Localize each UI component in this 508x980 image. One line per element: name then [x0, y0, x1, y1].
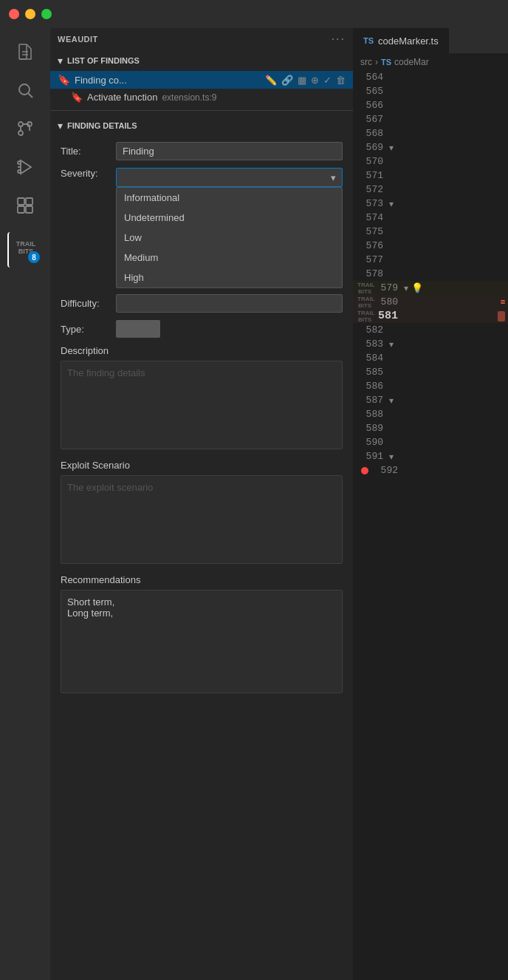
- line-573: 573 ▾: [353, 197, 508, 211]
- severity-option-informational[interactable]: Informational: [117, 188, 342, 208]
- line-num-570: 570: [357, 156, 383, 167]
- description-textarea[interactable]: The finding details: [61, 361, 343, 449]
- finding-details-header[interactable]: ▾ FINDING DETAILS: [50, 115, 353, 136]
- more-icon[interactable]: ···: [332, 33, 346, 46]
- line-num-571: 571: [357, 170, 383, 181]
- severity-option-high[interactable]: High: [117, 268, 342, 287]
- chevron-down-icon: ▾: [331, 172, 336, 183]
- details-section: Title: Severity: ▾ Informational Undeter…: [50, 136, 353, 710]
- line-571: 571: [353, 169, 508, 183]
- link-icon[interactable]: 🔗: [281, 75, 293, 86]
- title-label: Title:: [61, 146, 116, 157]
- svg-line-4: [29, 94, 33, 98]
- activity-bar: TRAILBITS 8: [0, 28, 50, 980]
- line-num-568: 568: [357, 128, 383, 139]
- line-579: TRAILBITS 579 ▾ 💡: [353, 281, 508, 295]
- svg-rect-13: [18, 206, 24, 213]
- line-num-581: 581: [372, 310, 398, 322]
- svg-point-9: [18, 161, 21, 164]
- trail-bits-579: TRAILBITS: [357, 282, 372, 295]
- weaudit-badge: 8: [28, 251, 40, 263]
- line-num-572: 572: [357, 184, 383, 195]
- finding-actions: ✏️ 🔗 ▦ ⊕ ✓ 🗑: [265, 75, 346, 86]
- line-num-587: 587: [357, 395, 383, 406]
- line-num-580: 580: [372, 296, 398, 307]
- line-num-577: 577: [357, 254, 383, 265]
- line-577: 577: [353, 253, 508, 267]
- difficulty-input[interactable]: [116, 294, 343, 313]
- breadcrumb-separator-1: ›: [375, 57, 378, 67]
- tab-filename: codeMarker.ts: [378, 35, 439, 47]
- exploit-textarea[interactable]: The exploit scenario: [61, 475, 343, 564]
- severity-option-undetermined[interactable]: Undetermined: [117, 208, 342, 228]
- finding-row[interactable]: 🔖 Finding co... ✏️ 🔗 ▦ ⊕ ✓ 🗑: [50, 71, 353, 89]
- breadcrumb-src: src: [360, 57, 372, 67]
- chevron-587: ▾: [389, 395, 394, 406]
- exploit-placeholder: The exploit scenario: [67, 482, 153, 493]
- edit-icon[interactable]: ✏️: [265, 75, 277, 86]
- line-num-569: 569: [357, 142, 383, 153]
- lightbulb-icon[interactable]: 💡: [411, 282, 423, 293]
- sub-finding-row[interactable]: 🔖 Activate function extension.ts:9: [50, 89, 353, 106]
- line-584: 584: [353, 351, 508, 365]
- finding-details-title: FINDING DETAILS: [67, 121, 137, 130]
- recommendations-textarea[interactable]: Short term, Long term,: [61, 590, 343, 693]
- delete-icon[interactable]: 🗑: [336, 75, 346, 86]
- difficulty-field-row: Difficulty:: [61, 294, 343, 313]
- editor-breadcrumb: src › TS codeMar: [353, 54, 508, 70]
- recommendations-section: Recommendations Short term, Long term,: [61, 574, 343, 693]
- line-566: 566: [353, 98, 508, 112]
- line-585: 585: [353, 365, 508, 379]
- chevron-591: ▾: [389, 452, 394, 462]
- line-578: 578: [353, 267, 508, 281]
- weaudit-icon[interactable]: TRAILBITS 8: [7, 232, 43, 268]
- check-icon[interactable]: ✓: [323, 75, 332, 86]
- title-bar: [0, 0, 508, 28]
- line-574: 574: [353, 211, 508, 225]
- github-icon[interactable]: ⊕: [311, 75, 319, 86]
- svg-rect-14: [26, 206, 32, 213]
- close-button[interactable]: [9, 9, 19, 19]
- svg-rect-11: [18, 198, 24, 205]
- chevron-579: ▾: [404, 283, 408, 293]
- extensions-icon[interactable]: [7, 188, 43, 223]
- severity-option-medium[interactable]: Medium: [117, 248, 342, 268]
- list-of-findings-header[interactable]: ▾ LIST OF FINDINGS: [50, 50, 353, 71]
- line-586: 586: [353, 379, 508, 393]
- svg-point-10: [18, 170, 21, 173]
- type-box[interactable]: [116, 320, 160, 338]
- sidebar-panel: WEAUDIT ··· ▾ LIST OF FINDINGS 🔖 Finding…: [50, 28, 353, 980]
- sub-finding-location: extension.ts:9: [162, 92, 216, 103]
- bookmark-icon: 🔖: [71, 92, 83, 103]
- title-input[interactable]: [116, 142, 343, 160]
- table-icon[interactable]: ▦: [298, 75, 306, 86]
- title-field-row: Title:: [61, 142, 343, 160]
- severity-select[interactable]: ▾: [116, 168, 343, 187]
- scm-icon[interactable]: [7, 111, 43, 146]
- line-587: 587 ▾: [353, 393, 508, 407]
- line-num-578: 578: [357, 268, 383, 279]
- line-num-579: 579: [372, 282, 398, 293]
- editor-body: 564 565 566 567 568 569 ▾ 570 571 572 57…: [353, 70, 508, 980]
- severity-label: Severity:: [61, 168, 116, 179]
- exploit-label: Exploit Scenario: [61, 460, 343, 471]
- files-icon[interactable]: [7, 34, 43, 69]
- search-icon[interactable]: [7, 72, 43, 108]
- recommendations-label: Recommendations: [61, 574, 343, 585]
- maximize-button[interactable]: [41, 9, 52, 19]
- svg-point-3: [19, 84, 30, 95]
- description-placeholder: The finding details: [67, 367, 145, 378]
- line-num-591: 591: [357, 451, 383, 462]
- svg-rect-12: [26, 198, 32, 205]
- minimize-button[interactable]: [25, 9, 35, 19]
- line-572: 572: [353, 183, 508, 197]
- difficulty-label: Difficulty:: [61, 298, 116, 309]
- severity-dropdown: Informational Undetermined Low Medium Hi…: [116, 187, 343, 288]
- chevron-569: ▾: [389, 143, 394, 153]
- debug-icon[interactable]: [7, 149, 43, 185]
- line-592: 592: [353, 463, 508, 477]
- line-num-588: 588: [357, 409, 383, 420]
- severity-option-low[interactable]: Low: [117, 228, 342, 248]
- line-num-584: 584: [357, 353, 383, 364]
- editor-tab-codemarker[interactable]: TS codeMarker.ts: [353, 28, 450, 54]
